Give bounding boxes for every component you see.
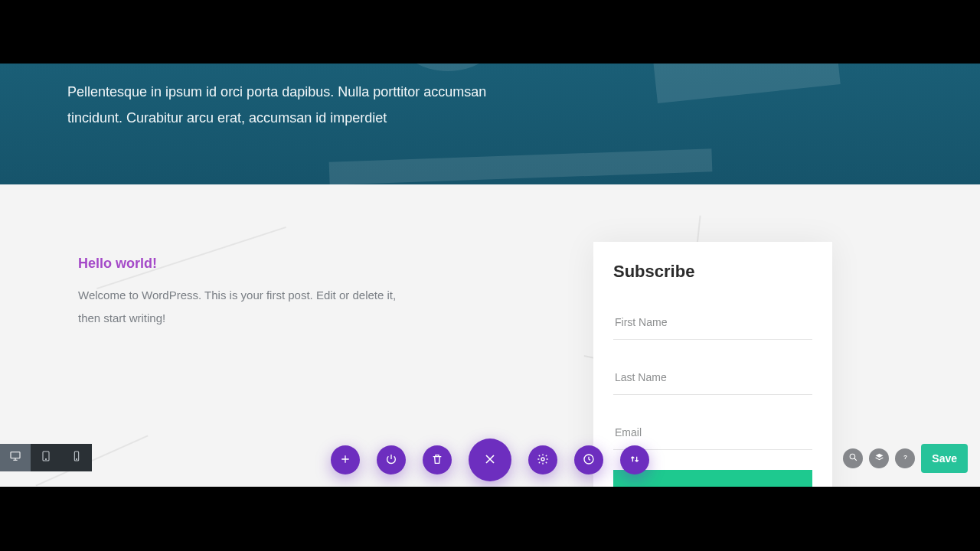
power-icon (385, 453, 397, 468)
trash-icon (431, 453, 443, 468)
plus-icon (339, 453, 351, 468)
history-button[interactable] (574, 445, 603, 474)
svg-point-4 (76, 458, 77, 459)
save-button[interactable]: Save (921, 444, 968, 473)
clear-layout-button[interactable] (423, 445, 452, 474)
svg-point-2 (45, 458, 46, 459)
import-export-icon (629, 453, 641, 468)
last-name-input[interactable] (613, 360, 812, 395)
help-button[interactable]: ? (895, 448, 915, 468)
svg-point-5 (541, 458, 544, 461)
desktop-view-button[interactable] (0, 444, 31, 471)
phone-icon (70, 450, 83, 465)
email-input[interactable] (613, 415, 812, 450)
zoom-button[interactable] (843, 448, 863, 468)
svg-text:?: ? (903, 454, 907, 461)
close-toolbar-button[interactable] (469, 439, 511, 481)
phone-view-button[interactable] (61, 444, 92, 471)
clock-icon (583, 453, 595, 468)
post-title-link[interactable]: Hello world! (78, 256, 400, 272)
svg-point-7 (850, 454, 855, 459)
first-name-input[interactable] (613, 305, 812, 340)
letterbox-top (0, 0, 980, 64)
help-icon: ? (900, 452, 910, 465)
add-module-button[interactable] (331, 445, 360, 474)
exit-builder-button[interactable] (377, 445, 406, 474)
layers-icon (874, 452, 884, 465)
svg-rect-0 (11, 452, 20, 458)
letterbox-bottom (0, 487, 980, 551)
tablet-view-button[interactable] (31, 444, 61, 471)
post-body: Welcome to WordPress. This is your first… (78, 284, 400, 330)
layers-button[interactable] (869, 448, 889, 468)
subscribe-submit-button[interactable] (613, 470, 812, 487)
blog-post: Hello world! Welcome to WordPress. This … (78, 256, 400, 330)
portability-button[interactable] (620, 445, 649, 474)
subscribe-heading: Subscribe (613, 262, 812, 282)
hero-paragraph: Pellentesque in ipsum id orci porta dapi… (67, 79, 496, 131)
search-icon (848, 452, 858, 465)
gear-icon (537, 453, 549, 468)
builder-meta-bar: ? Save (843, 445, 968, 472)
close-icon (482, 452, 498, 469)
desktop-icon (9, 450, 21, 465)
device-switcher (0, 444, 92, 471)
tablet-icon (40, 450, 52, 465)
builder-canvas: Pellentesque in ipsum id orci porta dapi… (0, 64, 980, 487)
page-settings-button[interactable] (528, 445, 557, 474)
hero-section: Pellentesque in ipsum id orci porta dapi… (0, 64, 980, 184)
